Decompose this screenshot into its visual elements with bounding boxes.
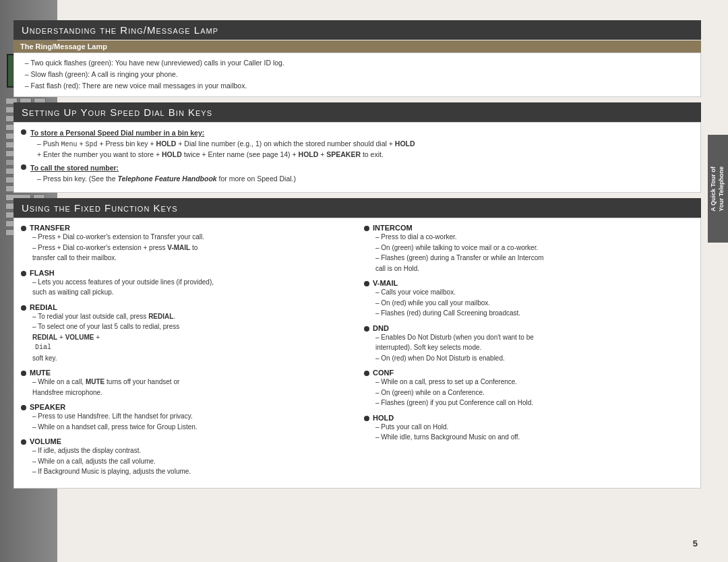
fixed-redial: REDIAL – To redial your last outside cal… bbox=[21, 303, 351, 364]
ring-bullet-3: – Fast flash (red): There are new voice … bbox=[21, 80, 694, 92]
bullet-dot-transfer bbox=[21, 226, 26, 231]
side-tab: A Quick Tour of Your Telephone bbox=[708, 135, 728, 243]
fixed-col-right: INTERCOM – Press to dial a co-worker. – … bbox=[364, 224, 694, 482]
fixed-section: Using the Fixed Function Keys TRANSFER bbox=[13, 198, 701, 489]
fixed-speaker-title: SPEAKER bbox=[21, 403, 351, 411]
fixed-volume-desc: – If idle, adjusts the display contrast.… bbox=[21, 445, 351, 477]
page-number: 5 bbox=[693, 538, 698, 549]
fixed-volume: VOLUME – If idle, adjusts the display co… bbox=[21, 437, 351, 477]
bullet-dot-1 bbox=[21, 129, 26, 135]
fixed-redial-title: REDIAL bbox=[21, 303, 351, 311]
page-container: Understanding the Ring/Message Lamp The … bbox=[0, 0, 728, 562]
bullet-dot-volume bbox=[21, 439, 26, 445]
speed-content: To store a Personal Speed Dial number in… bbox=[13, 122, 701, 193]
side-tab-text: A Quick Tour of Your Telephone bbox=[710, 166, 725, 212]
fixed-col-left: TRANSFER – Press + Dial co-worker's exte… bbox=[21, 224, 351, 482]
fixed-conf: CONF – While on a call, press to set up … bbox=[364, 369, 694, 408]
bullet-dot-2 bbox=[21, 164, 26, 170]
speed-item-1-label: To store a Personal Speed Dial number in… bbox=[30, 129, 204, 137]
fixed-dnd-desc: – Enables Do Not Disturb (when you don't… bbox=[364, 332, 694, 364]
fixed-vmail-desc: – Calls your voice mailbox. – On (red) w… bbox=[364, 287, 694, 319]
fixed-intercom-title: INTERCOM bbox=[364, 224, 694, 232]
fixed-dnd-title: DND bbox=[364, 324, 694, 332]
bullet-dot-dnd bbox=[364, 326, 369, 332]
speed-section-title: Setting Up Your Speed Dial Bin Keys bbox=[13, 102, 681, 122]
fixed-speaker-desc: – Press to use Handsfree. Lift the hands… bbox=[21, 411, 351, 432]
fixed-flash-desc: – Lets you access features of your outsi… bbox=[21, 277, 351, 298]
fixed-flash: FLASH – Lets you access features of your… bbox=[21, 269, 351, 298]
fixed-dnd: DND – Enables Do Not Disturb (when you d… bbox=[364, 324, 694, 364]
bullet-dot-speaker bbox=[21, 405, 26, 410]
fixed-mute: MUTE – While on a call, MUTE turns off y… bbox=[21, 369, 351, 398]
ring-subsection-label: The Ring/Message Lamp bbox=[13, 40, 701, 53]
fixed-volume-title: VOLUME bbox=[21, 437, 351, 445]
fixed-vmail: V-MAIL – Calls your voice mailbox. – On … bbox=[364, 279, 694, 319]
fixed-transfer-desc: – Press + Dial co-worker's extension to … bbox=[21, 232, 351, 263]
bullet-dot-hold bbox=[364, 416, 369, 421]
fixed-conf-desc: – While on a call, press to set up a Con… bbox=[364, 377, 694, 408]
fixed-section-dark-block bbox=[681, 198, 701, 218]
fixed-transfer-title: TRANSFER bbox=[21, 224, 351, 232]
speed-item-2-line-1: – Press bin key. (See the Telephone Feat… bbox=[30, 174, 694, 185]
fixed-hold: HOLD – Puts your call on Hold. – While i… bbox=[364, 414, 694, 443]
fixed-hold-title: HOLD bbox=[364, 414, 694, 422]
ring-section-dark-block bbox=[681, 20, 701, 40]
ring-bullet-2: – Slow flash (green): A call is ringing … bbox=[21, 69, 694, 80]
speed-section: Setting Up Your Speed Dial Bin Keys To s… bbox=[13, 102, 701, 193]
speed-section-dark-block bbox=[681, 102, 701, 122]
speed-section-header: Setting Up Your Speed Dial Bin Keys bbox=[13, 102, 701, 122]
fixed-two-col: TRANSFER – Press + Dial co-worker's exte… bbox=[21, 224, 694, 482]
bullet-dot-mute bbox=[21, 371, 26, 376]
bullet-dot-intercom bbox=[364, 226, 369, 231]
speed-item-1-line-1: – Push Menu + Spd + Press bin key + HOLD… bbox=[30, 139, 694, 150]
fixed-intercom-desc: – Press to dial a co-worker. – On (green… bbox=[364, 232, 694, 274]
speed-item-2: To call the stored number: – Press bin k… bbox=[21, 163, 694, 185]
bullet-dot-flash bbox=[21, 271, 26, 276]
ring-section-title: Understanding the Ring/Message Lamp bbox=[13, 20, 681, 40]
fixed-vmail-title: V-MAIL bbox=[364, 279, 694, 287]
fixed-mute-desc: – While on a call, MUTE turns off your h… bbox=[21, 377, 351, 398]
fixed-transfer: TRANSFER – Press + Dial co-worker's exte… bbox=[21, 224, 351, 263]
main-content: Understanding the Ring/Message Lamp The … bbox=[0, 0, 728, 562]
speed-item-1: To store a Personal Speed Dial number in… bbox=[21, 128, 694, 160]
bullet-dot-conf bbox=[364, 371, 369, 376]
fixed-speaker: SPEAKER – Press to use Handsfree. Lift t… bbox=[21, 403, 351, 432]
speed-item-2-label: To call the stored number: bbox=[30, 164, 119, 172]
fixed-content: TRANSFER – Press + Dial co-worker's exte… bbox=[13, 218, 701, 489]
fixed-mute-title: MUTE bbox=[21, 369, 351, 377]
speed-item-2-content: To call the stored number: – Press bin k… bbox=[30, 163, 694, 185]
fixed-section-header: Using the Fixed Function Keys bbox=[13, 198, 701, 218]
fixed-conf-title: CONF bbox=[364, 369, 694, 377]
bullet-dot-redial bbox=[21, 305, 26, 311]
speed-item-1-content: To store a Personal Speed Dial number in… bbox=[30, 128, 694, 160]
bullet-dot-vmail bbox=[364, 281, 369, 286]
speed-item-1-line-2: + Enter the number you want to store + H… bbox=[30, 150, 694, 160]
ring-section-header: Understanding the Ring/Message Lamp bbox=[13, 20, 701, 40]
ring-bullet-1: – Two quick flashes (green): You have ne… bbox=[21, 57, 694, 69]
fixed-hold-desc: – Puts your call on Hold. – While idle, … bbox=[364, 422, 694, 443]
fixed-intercom: INTERCOM – Press to dial a co-worker. – … bbox=[364, 224, 694, 274]
ring-section: Understanding the Ring/Message Lamp The … bbox=[13, 20, 701, 97]
ring-content-box: – Two quick flashes (green): You have ne… bbox=[13, 53, 701, 97]
fixed-section-title: Using the Fixed Function Keys bbox=[13, 198, 681, 218]
fixed-redial-desc: – To redial your last outside call, pres… bbox=[21, 311, 351, 364]
fixed-flash-title: FLASH bbox=[21, 269, 351, 277]
